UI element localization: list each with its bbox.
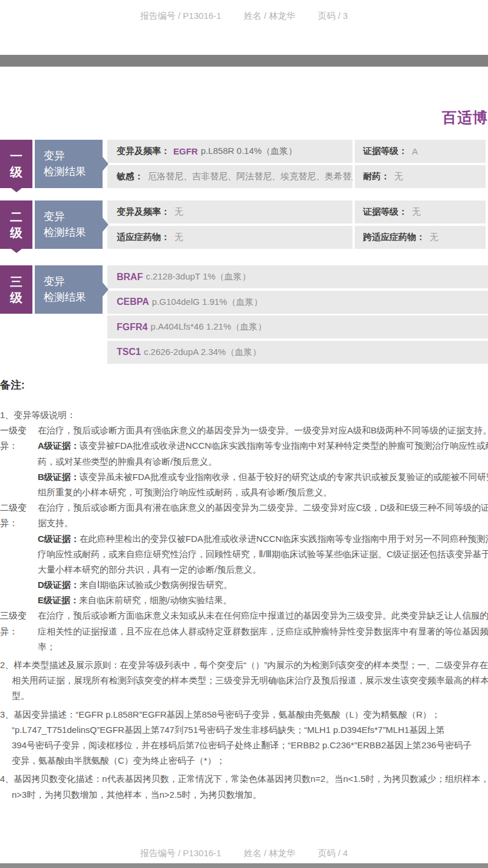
note-line: 异：症相关性的证据报道，且不应在总体人群或特定亚群数据库，泛癌症或肿瘤特异性变异… (0, 624, 488, 639)
note-line: 疗响应性或耐药，或来自癌症研究性治疗，回顾性研究，Ⅱ/Ⅲ期临床试验等某些临床证据… (0, 547, 488, 562)
note-text: 相关用药证据，展现所有检测到该突变的样本类型；三级变异无明确临床治疗及预后报道，… (0, 673, 488, 688)
cell-value: A (412, 146, 418, 156)
level2-title: 变异 检测结果 (35, 200, 103, 249)
header-patient-name: 姓名 / 林龙华 (244, 11, 296, 21)
level2-badge-label: 二级 (9, 209, 24, 241)
level1-chevron-right-icon (103, 157, 108, 171)
cell-label: 耐药： (363, 171, 390, 182)
note-term-label: 二级变 (0, 500, 27, 515)
note-text: n>3时，为拷贝数增加，其他样本，当n>2.5时，为拷贝数增加。 (0, 787, 261, 803)
cell-value: 无 (394, 171, 403, 182)
level3-badge-label: 三级 (9, 274, 24, 305)
note-line: 1、变异等级说明： (0, 407, 488, 423)
note-line: 异：据支持。 (0, 515, 488, 531)
note-text: 在治疗，预后或诊断方面具有强临床意义的基因变异为一级变异。一级变异对应A级和B级… (0, 423, 488, 438)
footer-report-no: 报告编号 / P13016-1 (140, 848, 222, 858)
note-text: 疗响应性或耐药，或来自癌症研究性治疗，回顾性研究，Ⅱ/Ⅲ期临床试验等某些临床证据… (0, 547, 488, 562)
note-line: B级证据：该变异虽未被FDA批准或专业指南收录，但基于较好的研究达成的专家共识或… (0, 469, 488, 485)
footer-patient-name: 姓名 / 林龙华 (244, 848, 296, 858)
note-text: 症相关性的证据报道，且不应在总体人群或特定亚群数据库，泛癌症或肿瘤特异性变异数据… (0, 624, 488, 639)
note-term-label: 异： (0, 438, 18, 453)
evidence-level-cell: 证据等级： 无 (355, 200, 486, 223)
note-line: 药，或对某些类型的肿瘤具有诊断/预后意义。 (0, 454, 488, 469)
note-line: 型。 (0, 688, 488, 703)
variant-detail: c.2128-3dupT 1%（血浆） (146, 271, 250, 282)
note-line: D级证据：来自Ⅰ期临床试验或少数病例报告研究。 (0, 577, 488, 593)
level2-table: 变异及频率： 无 证据等级： 无 适应症药物： 无 跨适应症药物： 无 (107, 200, 488, 249)
level2-title-line2: 检测结果 (44, 225, 103, 241)
note-text: B级证据：该变异虽未被FDA批准或专业指南收录，但基于较好的研究达成的专家共识或… (0, 469, 488, 485)
note-line: 二级变在治疗，预后或诊断方面具有潜在临床意义的基因变异为二级变异。二级变异对应C… (0, 500, 488, 515)
sensitive-drugs-cell: 敏感： 厄洛替尼、吉非替尼、阿法替尼、埃克替尼、奥希替尼 (107, 165, 352, 188)
cell-label: 变异及频率： (117, 206, 170, 218)
note-text: 型。 (0, 688, 29, 703)
level3-title: 变异 检测结果 (35, 265, 103, 314)
level3-variant-row: FGFR4p.A404Lfs*46 1.21%（血浆） (107, 315, 488, 338)
note-evidence-label: C级证据： (38, 534, 80, 544)
level3-badge: 三级 (0, 265, 32, 314)
note-evidence-label: B级证据： (38, 472, 80, 482)
variant-detail: p.G104delG 1.91%（血浆） (152, 297, 263, 308)
cell-value: 无 (174, 206, 183, 218)
gene-name: CEBPA (117, 297, 149, 307)
note-line: C级证据：在此癌种里检出的变异仅被FDA批准或收录进NCCN临床实践指南等专业指… (0, 531, 488, 547)
note-text: 2、样本类型描述及展示原则：在变异等级列表中，每个突变后“（）”内展示的为检测到… (0, 657, 488, 673)
note-text: 3、基因变异描述：“EGFR p.L858R”EGFR基因上第858号密码子变异… (0, 707, 440, 722)
note-text: “p.L747_T751delinsQ”EGFR基因上第747到751号密码子发… (0, 722, 444, 738)
level3-rows: BRAFc.2128-3dupT 1%（血浆）CEBPAp.G104delG 1… (107, 265, 488, 364)
note-line: 4、基因拷贝数变化描述：n代表基因拷贝数，正常情况下，常染色体基因拷贝数n=2。… (0, 771, 488, 787)
variant-detail: p.L858R 0.14%（血浆） (201, 146, 297, 157)
variant-frequency-cell: 变异及频率： 无 (107, 200, 352, 223)
note-line: 组所重复的小样本研究，可预测治疗响应性或耐药，或具有诊断/预后意义。 (0, 485, 488, 500)
note-text: 组所重复的小样本研究，可预测治疗响应性或耐药，或具有诊断/预后意义。 (0, 485, 332, 500)
top-divider-bar (0, 55, 488, 67)
cell-label: 变异及频率： (117, 146, 170, 157)
cell-label: 证据等级： (363, 146, 407, 157)
level2-chevron-right-icon (103, 218, 108, 232)
note-line: 变异，氨基酸由半胱氨酸（C）变为终止密码子（*）； (0, 753, 488, 768)
note-line: 大量小样本研究的部分共识，具有一定的诊断/预后意义。 (0, 562, 488, 577)
level1-badge-label: 一级 (9, 148, 24, 180)
note-text: C级证据：在此癌种里检出的变异仅被FDA批准或收录进NCCN临床实践指南等专业指… (0, 531, 488, 547)
note-text: 4、基因拷贝数变化描述：n代表基因拷贝数，正常情况下，常染色体基因拷贝数n=2。… (0, 771, 488, 787)
level1-badge: 一级 (0, 140, 32, 188)
note-line: 3、基因变异描述：“EGFR p.L858R”EGFR基因上第858号密码子变异… (0, 707, 488, 722)
cross-indication-drugs-cell: 跨适应症药物： 无 (355, 226, 486, 249)
level3-chevron-right-icon (103, 282, 108, 297)
cell-label: 证据等级： (363, 206, 407, 218)
cell-value: 无 (430, 232, 438, 243)
note-term-label: 一级变 (0, 423, 27, 438)
note-text: E级证据：来自临床前研究，细胞/动物实验结果。 (0, 593, 232, 608)
cell-label: 适应症药物： (117, 232, 170, 243)
level1-title-line1: 变异 (44, 148, 103, 164)
variant-frequency-cell: 变异及频率： EGFR p.L858R 0.14%（血浆） (107, 140, 352, 163)
cell-value: 无 (412, 206, 421, 218)
page-header: 报告编号 / P13016-1 姓名 / 林龙华 页码 / 3 (0, 11, 488, 22)
page-footer: 报告编号 / P13016-1 姓名 / 林龙华 页码 / 4 (0, 848, 488, 859)
brand-logo-text: 百适博 (442, 108, 488, 127)
note-text: 在治疗，预后或诊断方面具有潜在临床意义的基因变异为二级变异。二级变异对应C级，D… (0, 500, 488, 515)
level3-title-line1: 变异 (44, 274, 103, 290)
evidence-level-cell: 证据等级： A (355, 140, 486, 163)
level3-variant-row: BRAFc.2128-3dupT 1%（血浆） (107, 265, 488, 288)
level2-down-arrow-icon (11, 249, 22, 253)
note-line: 2、样本类型描述及展示原则：在变异等级列表中，每个突变后“（）”内展示的为检测到… (0, 657, 488, 673)
cell-label: 敏感： (117, 171, 143, 182)
note-evidence-label: E级证据： (38, 595, 79, 605)
note-line: 三级变在治疗，预后或诊断方面临床意义未知或从未在任何癌症中报道过的基因变异为三级… (0, 608, 488, 623)
level1-title-line2: 检测结果 (44, 164, 103, 180)
note-line: 一级变在治疗，预后或诊断方面具有强临床意义的基因变异为一级变异。一级变异对应A级… (0, 423, 488, 438)
level1-down-arrow-icon (11, 188, 22, 192)
level1-table: 变异及频率： EGFR p.L858R 0.14%（血浆） 证据等级： A 敏感… (107, 140, 488, 188)
bottom-divider-bar (0, 863, 488, 868)
notes-lines: 1、变异等级说明：一级变在治疗，预后或诊断方面具有强临床意义的基因变异为一级变异… (0, 407, 488, 803)
note-line: 394号密码子变异，阅读框移位，并在移码后第7位密码子处终止翻译；“ERBB2 … (0, 738, 488, 753)
note-text: 率； (0, 639, 55, 655)
level2-badge: 二级 (0, 200, 32, 249)
report-page: 报告编号 / P13016-1 姓名 / 林龙华 页码 / 3 百适博 一级 变… (0, 0, 488, 868)
notes-heading: 备注: (0, 378, 25, 392)
footer-page-number: 页码 / 4 (318, 848, 348, 858)
resistant-drugs-cell: 耐药： 无 (355, 165, 486, 188)
note-term-label: 异： (0, 515, 18, 531)
level3-title-line2: 检测结果 (44, 290, 103, 305)
